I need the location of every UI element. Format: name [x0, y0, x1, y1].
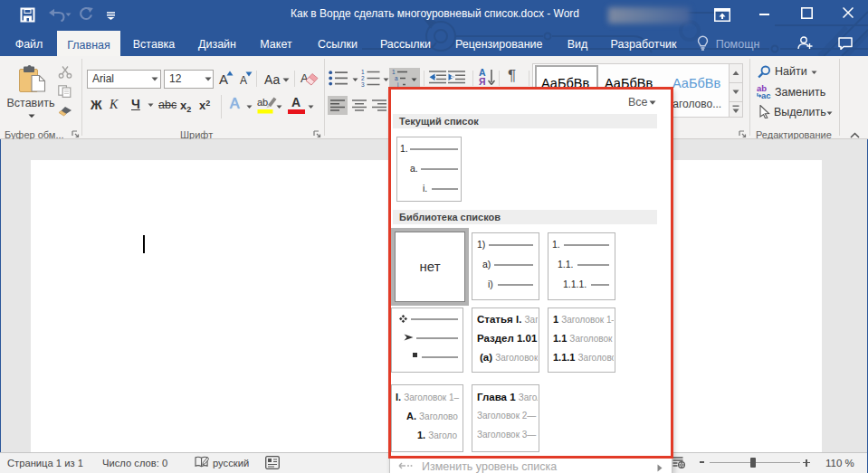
- svg-text:ab: ab: [257, 97, 268, 108]
- svg-text:2: 2: [361, 75, 365, 81]
- svg-text:1: 1: [361, 69, 365, 75]
- svg-text:a: a: [395, 75, 398, 81]
- svg-text:3: 3: [361, 81, 365, 87]
- svg-text:ac: ac: [761, 90, 771, 99]
- svg-text:1: 1: [392, 69, 396, 75]
